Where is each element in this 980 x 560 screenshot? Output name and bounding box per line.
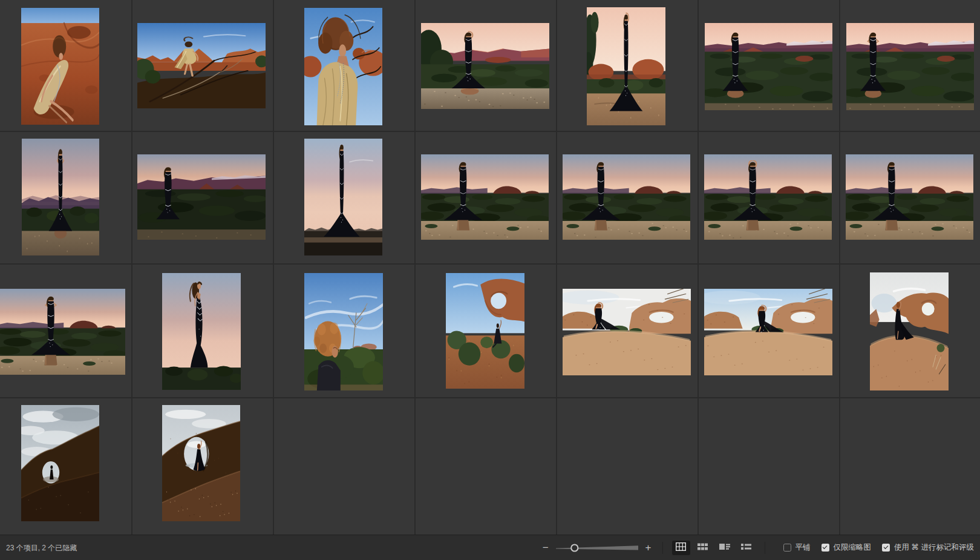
thumbnail-size-slider[interactable] (555, 543, 639, 553)
slider-track-graphic (555, 543, 639, 553)
grid-column-line (839, 0, 840, 535)
zoom-in-button[interactable]: + (642, 542, 655, 553)
grid-column-line (414, 0, 416, 535)
toggle-label: 平铺 (795, 542, 811, 553)
grid-outline-icon (676, 542, 686, 553)
list-view-button[interactable] (737, 541, 756, 555)
slider-knob[interactable] (571, 544, 578, 551)
grid-column-line (697, 0, 699, 535)
photo-thumbnail-3[interactable] (304, 8, 382, 125)
photo-thumbnail-18[interactable] (446, 273, 524, 389)
thumbnail-details-view-button[interactable] (716, 541, 734, 555)
view-mode-buttons (670, 541, 757, 555)
photo-thumbnail-16[interactable] (162, 273, 241, 390)
photo-thumbnail-7[interactable] (846, 23, 974, 110)
photo-thumbnail-6[interactable] (705, 23, 832, 110)
toggle-label: 仅限缩略图 (834, 542, 872, 553)
toggle-thumbnails-only[interactable]: 仅限缩略图 (822, 542, 872, 553)
photo-thumbnail-8[interactable] (22, 139, 99, 255)
photo-thumbnail-2[interactable] (137, 23, 266, 108)
toggle-cmd-tag-rate[interactable]: 使用 ⌘ 进行标记和评级 (882, 542, 974, 553)
grid-row-line (0, 263, 980, 265)
thumb-list-icon (719, 542, 730, 553)
photo-thumbnail-13[interactable] (704, 154, 832, 240)
status-bar-controls: − + 平铺仅限缩略图使用 ⌘ 进行标记和评级 (539, 535, 974, 560)
photo-thumbnail-20[interactable] (704, 289, 832, 375)
photo-thumbnail-19[interactable] (563, 289, 691, 375)
compact-grid-view-button[interactable] (694, 541, 712, 555)
photo-thumbnail-12[interactable] (563, 154, 690, 240)
zoom-out-button[interactable]: − (539, 542, 552, 553)
grid-column-line (131, 0, 132, 535)
photo-thumbnail-21[interactable] (870, 272, 949, 390)
photo-thumbnail-11[interactable] (421, 154, 549, 240)
separator (765, 542, 765, 554)
toggle-label: 使用 ⌘ 进行标记和评级 (894, 542, 974, 553)
photo-thumbnail-22[interactable] (21, 405, 99, 521)
grid-column-line (273, 0, 274, 535)
toggle-tile[interactable]: 平铺 (783, 542, 811, 553)
photo-thumbnail-4[interactable] (421, 23, 549, 109)
photo-thumbnail-17[interactable] (304, 273, 383, 390)
photo-thumbnail-15[interactable] (0, 289, 125, 375)
status-bar: 23 个项目, 2 个已隐藏 − + 平铺仅限缩略图使用 ⌘ 进行标记和评级 (0, 535, 980, 560)
photo-thumbnail-14[interactable] (846, 154, 973, 240)
photo-thumbnail-23[interactable] (162, 405, 240, 521)
photo-thumbnail-10[interactable] (304, 139, 382, 255)
list-icon (741, 542, 751, 553)
checkbox-icon[interactable] (882, 544, 890, 552)
grid-filled-icon (697, 542, 708, 553)
photo-thumbnail-9[interactable] (137, 154, 266, 240)
checkbox-icon[interactable] (783, 544, 791, 552)
grid-view-button[interactable] (672, 541, 690, 555)
photo-thumbnail-5[interactable] (587, 7, 665, 125)
separator (662, 542, 663, 554)
option-toggles: 平铺仅限缩略图使用 ⌘ 进行标记和评级 (773, 542, 974, 553)
photo-thumbnail-1[interactable] (21, 8, 99, 125)
checkbox-icon[interactable] (822, 544, 829, 552)
photo-browser: 23 个项目, 2 个已隐藏 − + 平铺仅限缩略图使用 ⌘ 进行标记和评级 (0, 0, 980, 560)
item-count-text: 23 个项目, 2 个已隐藏 (6, 542, 77, 553)
grid-row-line (0, 131, 980, 132)
grid-row-line (0, 397, 980, 398)
grid-column-line (556, 0, 557, 535)
thumbnail-grid (0, 0, 980, 535)
